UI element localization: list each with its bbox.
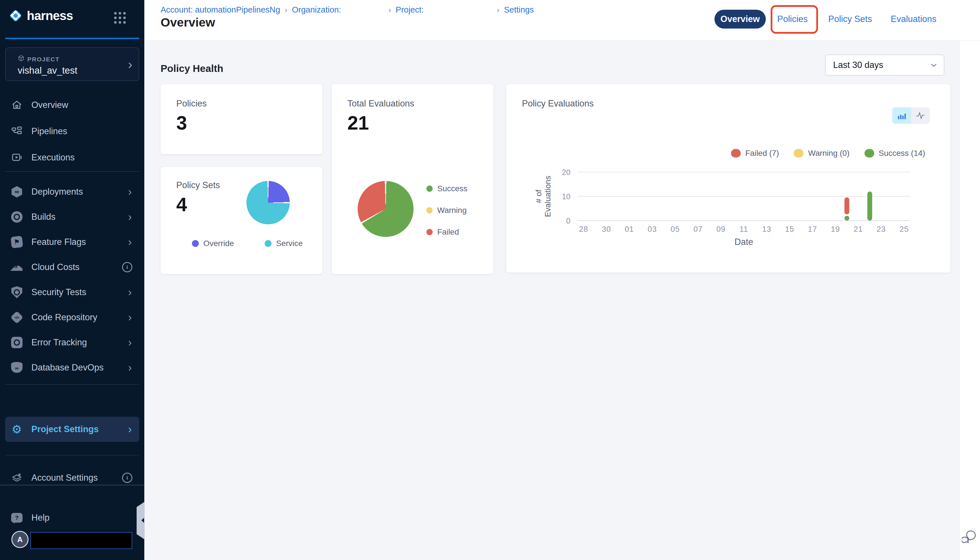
info-icon[interactable]: i [122,262,132,272]
page-header: Account: automationPipelinesNg›Organizat… [145,0,980,41]
y-tick-label: 0 [566,217,570,225]
legend-item: Service [265,239,302,248]
x-tick-label: 28 [579,225,588,233]
card-title: Total Evaluations [347,98,414,109]
chevron-right-icon: › [128,186,132,198]
pipelines-icon [8,126,25,137]
x-tick-label: 13 [762,225,771,233]
policy-evaluations-card: Policy Evaluations Failed (7)Warnin [506,84,950,273]
project-name: vishal_av_test [18,65,77,76]
sidebar-item-error-tracking[interactable]: Error Tracking› [5,333,139,352]
sidebar-item-help[interactable]: ? Help [5,508,139,527]
legend-item: Override [192,239,234,248]
date-range-select[interactable]: Last 30 days [825,55,944,76]
sidebar-item-label: Security Tests [32,287,86,297]
sidebar-item-account-settings[interactable]: Account Settings i [5,469,139,487]
module-grid-icon[interactable] [114,12,126,24]
sidebar-item-label: Overview [32,100,68,110]
policies-count: 3 [176,112,187,134]
legend-label: Override [203,239,234,248]
bar-segment-success-14-day-22 [867,192,872,221]
sidebar-item-label: Help [32,513,50,523]
card-title: Policy Sets [176,180,220,190]
chevron-down-icon [929,60,938,70]
evaluations-pie-chart [358,181,414,237]
legend-item: Success [427,184,467,193]
home-icon [8,99,25,111]
feature-flags-icon: ⚑ [8,236,25,248]
layers-gear-icon [8,472,25,483]
sidebar-item-label: Pipelines [32,126,67,137]
x-tick-label: 30 [602,225,611,233]
legend-label: Failed [437,227,459,237]
harness-logo[interactable]: harness [8,7,73,24]
legend-dot [265,240,272,247]
card-title: Policies [176,98,207,109]
redacted-username [30,532,132,549]
info-icon[interactable]: i [122,473,132,483]
x-axis-title: Date [734,237,753,247]
help-chat-icon: ? [8,513,25,523]
harness-app: harness PROJECT vishal_av_test › Overvie… [0,0,980,560]
legend-dot [427,207,433,213]
policy-sets-pie-chart [246,181,290,224]
total-evaluations-count: 21 [347,112,369,134]
sidebar-item-deployments[interactable]: ∞Deployments› [5,183,139,201]
bar-segment-success-14-day-20 [844,216,849,221]
y-tick-label: 10 [562,192,570,201]
x-tick-label: 21 [854,225,863,233]
sidebar-item-cloud-costs[interactable]: ☁$Cloud Costsi [5,258,139,276]
project-selector[interactable]: PROJECT vishal_av_test › [5,47,139,81]
sidebar-item-feature-flags[interactable]: ⚑Feature Flags› [5,233,139,251]
bar-segment-failed-7-day-20 [844,198,849,215]
legend-item: Failed [427,227,467,237]
sidebar-item-database-devops[interactable]: ∞Database DevOps› [5,358,139,377]
sidebar: harness PROJECT vishal_av_test › Overvie… [0,0,145,560]
legend-label: Success [437,184,467,193]
sidebar-item-label: Code Repository [32,312,97,323]
sidebar-item-code-repository[interactable]: </>Code Repository› [5,308,139,327]
sidebar-item-label: Project Settings [32,424,99,434]
sidebar-item-label: Account Settings [32,473,98,483]
sidebar-item-security-tests[interactable]: Security Tests› [5,283,139,302]
y-axis-title: # ofEvaluations [534,176,552,217]
sidebar-item-pipelines[interactable]: Pipelines [5,122,139,140]
x-tick-label: 15 [785,225,794,233]
gear-icon: ⚙ [8,423,25,435]
sidebar-item-label: Builds [32,212,55,222]
triangle-left-icon [139,518,144,523]
y-tick-label: 20 [562,168,570,177]
sidebar-item-builds[interactable]: Builds› [5,208,139,226]
x-tick-label: 23 [877,225,886,233]
user-avatar[interactable]: A [12,531,28,548]
tab-overview[interactable]: Overview [714,10,766,28]
legend-dot [192,240,199,247]
chat-support-icon[interactable] [962,527,979,545]
chevron-right-icon: › [128,211,132,223]
x-tick-label: 19 [831,225,840,233]
tab-policies[interactable]: Policies [777,10,811,28]
chart-type-toggle [892,107,930,124]
tab-evaluations[interactable]: Evaluations [891,10,938,28]
line-chart-toggle-button[interactable] [911,107,930,124]
sidebar-item-overview[interactable]: Overview [5,96,139,114]
bar-chart-toggle-button[interactable] [892,107,911,124]
sidebar-item-executions[interactable]: Executions [5,148,139,167]
sidebar-accent-rule [5,38,139,39]
sidebar-item-label: Executions [32,152,75,163]
chevron-right-icon: › [128,57,132,72]
sidebar-item-label: Feature Flags [32,237,86,247]
x-tick-label: 25 [900,225,909,233]
sidebar-item-project-settings[interactable]: ⚙ Project Settings › [5,417,139,442]
code-repository-icon: </> [8,313,25,322]
sidebar-item-label: Database DevOps [32,362,103,373]
tab-policy-sets[interactable]: Policy Sets [828,10,871,28]
sidebar-divider [5,384,139,385]
section-title: Policy Health [161,63,223,74]
total-evaluations-card: Total Evaluations 21 SuccessWarningFaile… [332,84,493,274]
sidebar-item-label: Error Tracking [32,337,87,348]
chevron-right-icon: › [128,286,132,298]
sidebar-collapse-handle[interactable] [136,502,145,540]
x-tick-label: 11 [739,225,748,233]
policy-sets-count: 4 [176,193,187,215]
